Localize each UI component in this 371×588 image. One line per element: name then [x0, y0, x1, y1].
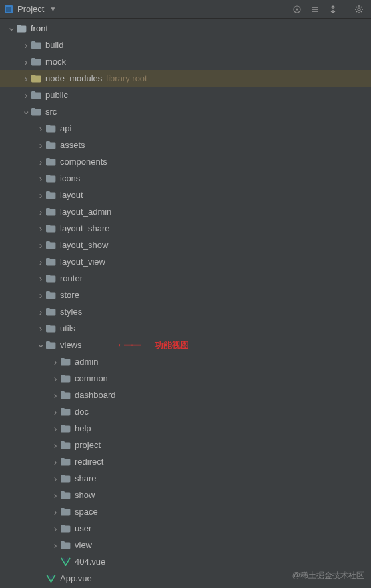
chevron-right-icon[interactable]: › [36, 307, 45, 317]
svg-line-9 [356, 7, 357, 7]
chevron-right-icon[interactable]: › [51, 390, 60, 401]
chevron-right-icon[interactable]: › [51, 423, 60, 434]
svg-rect-1 [6, 7, 11, 12]
tree-item[interactable]: ⌄front [0, 20, 371, 37]
tree-item[interactable]: ›view [0, 537, 371, 553]
tree-item-label: share [75, 473, 97, 483]
svg-point-3 [296, 8, 298, 10]
tree-item[interactable]: ›layout_share [0, 220, 371, 237]
svg-point-4 [358, 8, 360, 11]
chevron-right-icon[interactable]: › [36, 123, 45, 134]
folder-icon [45, 241, 56, 250]
tree-item[interactable]: ›layout_view [0, 253, 371, 270]
chevron-right-icon[interactable]: › [51, 407, 60, 417]
collapse-all-icon[interactable] [325, 1, 341, 17]
tree-item-label: help [75, 423, 91, 433]
tree-item[interactable]: ›router [0, 270, 371, 287]
tree-item[interactable]: ›App.vue [0, 570, 371, 587]
tree-item[interactable]: ›help [0, 420, 371, 437]
panel-dropdown-icon: ▼ [49, 5, 56, 13]
expand-all-icon[interactable] [307, 1, 323, 17]
tree-item[interactable]: ⌄src [0, 103, 371, 120]
folder-icon [31, 107, 41, 117]
chevron-right-icon[interactable]: › [36, 140, 45, 151]
tree-item[interactable]: ›common [0, 370, 371, 387]
folder-icon [45, 157, 56, 167]
chevron-right-icon[interactable]: › [51, 523, 60, 534]
tree-item[interactable]: ›api [0, 120, 371, 137]
tree-item-label: node_modules [45, 73, 102, 83]
project-tree: ⌄front›build›mock›node_moduleslibrary ro… [0, 19, 371, 587]
tree-item-label: icons [60, 173, 80, 183]
folder-icon [45, 224, 56, 233]
vue-file-icon [45, 574, 56, 583]
tree-item-label: src [45, 107, 57, 117]
tree-item[interactable]: ›assets [0, 137, 371, 153]
locate-icon[interactable] [289, 1, 305, 17]
folder-icon [31, 74, 41, 83]
chevron-right-icon[interactable]: › [36, 173, 45, 184]
tree-item[interactable]: ›mock [0, 53, 371, 70]
chevron-right-icon[interactable]: › [51, 507, 60, 517]
tree-item-label: show [75, 490, 95, 500]
tree-item-suffix: library root [106, 73, 147, 83]
folder-icon [31, 57, 41, 67]
tree-item[interactable]: ›share [0, 470, 371, 487]
tree-item[interactable]: ›dashboard [0, 387, 371, 403]
panel-title-group[interactable]: Project ▼ [4, 4, 56, 14]
tree-item[interactable]: ›doc [0, 403, 371, 420]
tree-item[interactable]: ›404.vue [0, 553, 371, 570]
chevron-right-icon[interactable]: › [21, 40, 31, 51]
chevron-right-icon[interactable]: › [51, 357, 60, 367]
tree-item[interactable]: ›layout_show [0, 237, 371, 253]
chevron-right-icon[interactable]: › [51, 473, 60, 484]
chevron-right-icon[interactable]: › [36, 273, 45, 284]
chevron-right-icon[interactable]: › [51, 457, 60, 467]
tree-item[interactable]: ›build [0, 37, 371, 53]
tree-item[interactable]: ›components [0, 153, 371, 170]
tree-item-label: layout_show [60, 240, 108, 250]
tree-item-label: public [45, 90, 68, 100]
chevron-down-icon[interactable]: ⌄ [36, 338, 45, 350]
chevron-down-icon[interactable]: ⌄ [7, 21, 16, 33]
tree-item[interactable]: ›utils [0, 320, 371, 337]
chevron-right-icon[interactable]: › [36, 190, 45, 201]
chevron-right-icon[interactable]: › [36, 207, 45, 217]
chevron-right-icon[interactable]: › [51, 490, 60, 501]
tree-item[interactable]: ›styles [0, 303, 371, 320]
chevron-right-icon[interactable]: › [36, 257, 45, 267]
chevron-right-icon[interactable]: › [36, 223, 45, 234]
tree-item[interactable]: ›show [0, 487, 371, 503]
chevron-right-icon[interactable]: › [36, 290, 45, 301]
chevron-right-icon[interactable]: › [36, 157, 45, 167]
tree-item[interactable]: ›store [0, 287, 371, 303]
tree-item[interactable]: ›public [0, 87, 371, 103]
chevron-right-icon[interactable]: › [36, 240, 45, 251]
chevron-down-icon[interactable]: ⌄ [21, 105, 31, 117]
tree-item[interactable]: ›icons [0, 170, 371, 187]
chevron-right-icon[interactable]: › [36, 323, 45, 334]
tree-item[interactable]: ›project [0, 437, 371, 453]
chevron-right-icon[interactable]: › [51, 440, 60, 451]
chevron-right-icon[interactable]: › [51, 373, 60, 384]
folder-icon [45, 124, 56, 133]
folder-icon [60, 507, 71, 517]
gear-icon[interactable] [351, 1, 367, 17]
tree-item[interactable]: ›layout [0, 187, 371, 203]
tree-item-label: layout_view [60, 257, 105, 267]
chevron-right-icon[interactable]: › [21, 90, 31, 101]
tree-item-label: 404.vue [75, 557, 105, 567]
tree-item[interactable]: ›layout_admin [0, 203, 371, 220]
chevron-right-icon[interactable]: › [21, 57, 31, 67]
tree-item-label: api [60, 123, 71, 133]
tree-item[interactable]: ›redirect [0, 453, 371, 470]
chevron-right-icon[interactable]: › [21, 73, 31, 84]
tree-item[interactable]: ›space [0, 503, 371, 520]
tree-item[interactable]: ›node_moduleslibrary root [0, 70, 371, 87]
folder-icon [45, 141, 56, 150]
tree-item[interactable]: ›admin [0, 353, 371, 370]
tree-item[interactable]: ⌄views [0, 337, 371, 353]
tree-item[interactable]: ›user [0, 520, 371, 537]
chevron-right-icon[interactable]: › [51, 540, 60, 551]
tree-item-label: router [60, 273, 83, 283]
